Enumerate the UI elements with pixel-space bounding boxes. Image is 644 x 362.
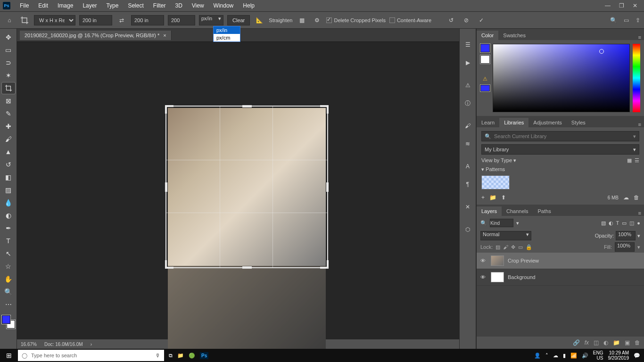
fg-color-swatch[interactable]	[2, 315, 10, 324]
canvas[interactable]	[17, 42, 459, 339]
color-picker[interactable]	[493, 44, 630, 112]
path-select-tool[interactable]: ↖	[2, 248, 15, 259]
close-tab-icon[interactable]: ×	[163, 33, 166, 38]
patterns-section-header[interactable]: ▾ Patterns	[481, 166, 639, 173]
layer-thumbnail[interactable]	[491, 272, 504, 282]
unit-option-pxcm[interactable]: px/cm	[214, 34, 240, 41]
filter-shape-icon[interactable]: ▭	[622, 220, 627, 226]
paragraph-panel-icon[interactable]: ¶	[462, 179, 473, 190]
cloud-icon[interactable]: ☁	[623, 194, 629, 201]
library-view-select[interactable]: View by Type ▾	[481, 157, 516, 164]
menu-view[interactable]: View	[187, 2, 209, 9]
filter-type-icon[interactable]: T	[616, 220, 619, 226]
menu-select[interactable]: Select	[123, 2, 148, 9]
libraries-panel-menu-icon[interactable]: ≡	[636, 122, 644, 127]
notifications-icon[interactable]: 💬	[634, 353, 640, 359]
layer-fx-icon[interactable]: fx	[585, 339, 589, 346]
crop-tool[interactable]	[2, 82, 15, 94]
start-button[interactable]: ⊞	[0, 352, 18, 359]
move-tool[interactable]: ✥	[2, 32, 15, 43]
reset-crop-icon[interactable]: ↺	[446, 15, 457, 26]
task-view-icon[interactable]: ⧉	[169, 353, 173, 359]
straighten-icon[interactable]: 📐	[254, 15, 265, 26]
visibility-eye-icon[interactable]: 👁	[480, 274, 487, 280]
crop-height-field[interactable]	[131, 15, 164, 25]
crop-preset-select[interactable]: W x H x Reso…	[34, 15, 75, 25]
list-view-icon[interactable]: ☰	[635, 157, 639, 163]
tab-color[interactable]: Color	[477, 31, 498, 40]
menu-3d[interactable]: 3D	[170, 2, 187, 9]
history-panel-icon[interactable]: ☰	[462, 39, 473, 50]
character-panel-icon[interactable]: A	[462, 161, 473, 172]
color-panel-menu-icon[interactable]: ≡	[636, 34, 644, 40]
clear-button[interactable]: Clear	[227, 15, 250, 25]
mic-icon[interactable]: 🎙	[155, 353, 160, 358]
link-layers-icon[interactable]: 🔗	[573, 339, 580, 346]
new-group-icon[interactable]: 📁	[489, 194, 496, 201]
document-tab[interactable]: 20190822_160020.jpg @ 16.7% (Crop Previe…	[20, 31, 172, 40]
lang-secondary[interactable]: US	[597, 355, 603, 361]
library-search-input[interactable]: 🔍 Search Current Library ▾	[481, 131, 639, 141]
visibility-eye-icon[interactable]: 👁	[480, 258, 487, 263]
color-fg-swatch-alt[interactable]	[480, 55, 490, 64]
healing-tool[interactable]: ✚	[2, 121, 15, 132]
upload-icon[interactable]: ⬆	[501, 194, 506, 201]
battery-icon[interactable]: ▮	[563, 353, 566, 359]
tab-layers[interactable]: Layers	[477, 206, 502, 216]
filter-adjust-icon[interactable]: ◐	[609, 220, 613, 226]
filter-smart-icon[interactable]: ◫	[629, 220, 634, 226]
lang-primary[interactable]: ENG	[593, 350, 603, 355]
hand-tool[interactable]: ✋	[2, 273, 15, 285]
eraser-tool[interactable]: ◧	[2, 172, 15, 183]
menu-filter[interactable]: Filter	[149, 2, 171, 9]
filter-pixel-icon[interactable]: ▧	[601, 220, 606, 226]
close-icon[interactable]: ✕	[633, 2, 637, 9]
tray-chevron-icon[interactable]: ˄	[545, 353, 548, 359]
search-icon[interactable]: 🔍	[610, 17, 617, 24]
brush-settings-panel-icon[interactable]: ≋	[462, 138, 473, 149]
tab-swatches[interactable]: Swatches	[498, 31, 530, 40]
type-tool[interactable]: T	[2, 235, 15, 247]
layer-filter-kind[interactable]	[490, 219, 513, 227]
brushes-panel-icon[interactable]: 🖌	[462, 120, 473, 132]
onedrive-icon[interactable]: ☁	[553, 353, 558, 359]
tab-paths[interactable]: Paths	[533, 206, 556, 216]
overlay-grid-icon[interactable]: ▦	[296, 15, 307, 26]
zoom-tool[interactable]: 🔍	[2, 286, 15, 297]
photoshop-task-icon[interactable]: Ps	[200, 352, 208, 359]
brush-tool[interactable]: 🖌	[2, 133, 15, 145]
gradient-tool[interactable]: ▨	[2, 184, 15, 196]
crop-options-gear-icon[interactable]: ⚙	[311, 15, 322, 26]
delete-layer-icon[interactable]: 🗑	[635, 339, 640, 346]
info-panel-icon[interactable]: ⓘ	[462, 98, 473, 109]
edit-toolbar[interactable]: ⋯	[2, 299, 15, 310]
tab-libraries[interactable]: Libraries	[499, 118, 528, 127]
minimize-icon[interactable]: —	[605, 2, 611, 9]
stamp-tool[interactable]: ▲	[2, 146, 15, 157]
status-arrow-icon[interactable]: ›	[91, 342, 92, 347]
frame-tool[interactable]: ⊠	[2, 95, 15, 107]
layer-name[interactable]: Background	[508, 274, 536, 280]
pen-tool[interactable]: ✒	[2, 222, 15, 234]
history-brush-tool[interactable]: ↺	[2, 159, 15, 170]
tab-styles[interactable]: Styles	[567, 118, 590, 127]
pattern-thumbnail[interactable]	[481, 175, 510, 189]
layer-name[interactable]: Crop Preview	[508, 258, 539, 263]
tab-adjustments[interactable]: Adjustments	[528, 118, 567, 127]
people-icon[interactable]: 👤	[534, 353, 541, 359]
menu-window[interactable]: Window	[209, 2, 239, 9]
layer-thumbnail[interactable]	[491, 255, 504, 266]
new-group-icon[interactable]: 📁	[613, 339, 620, 346]
menu-file[interactable]: File	[15, 2, 33, 9]
tray-clock[interactable]: 10:29 AM 9/20/2019	[608, 350, 629, 361]
crop-resolution-field[interactable]	[168, 15, 195, 25]
library-select[interactable]: My Library▾	[481, 144, 639, 155]
workspace-icon[interactable]: ▭	[624, 17, 629, 24]
lock-all-icon[interactable]: 🔒	[526, 244, 532, 250]
quick-select-tool[interactable]: ✶	[2, 70, 15, 81]
lock-pixels-icon[interactable]: 🖌	[503, 244, 508, 250]
hue-slider[interactable]	[633, 44, 640, 112]
lasso-tool[interactable]: ⊃	[2, 57, 15, 68]
crop-width-field[interactable]	[79, 15, 112, 25]
menu-edit[interactable]: Edit	[33, 2, 53, 9]
